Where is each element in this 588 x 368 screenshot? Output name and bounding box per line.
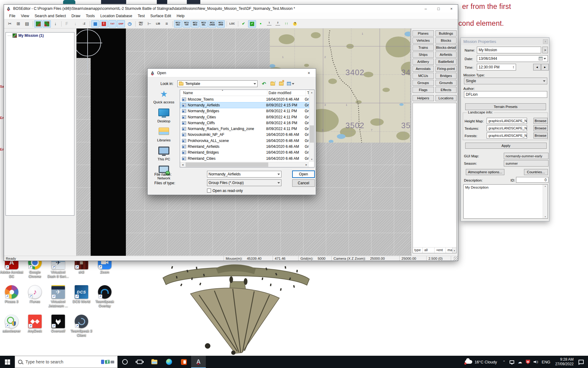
author-field[interactable]: DFLion (464, 91, 547, 98)
category-button-mcus[interactable]: MCUs (413, 73, 434, 79)
description-textarea[interactable]: My Description ▲▼ (463, 184, 548, 219)
edge-button[interactable] (162, 356, 176, 368)
apply-button[interactable]: Apply (465, 143, 547, 149)
file-row[interactable]: Prokhorovka_ALL_scene 16/04/2020 6:46 AM… (180, 138, 309, 144)
category-button-locations[interactable]: Locations (435, 95, 457, 101)
views-icon[interactable] (286, 80, 295, 87)
grp-labels-icon[interactable]: GRP (117, 20, 125, 28)
obj-flt-icon[interactable]: OBJ FLT (137, 20, 145, 28)
task-view-button[interactable] (132, 356, 147, 368)
column-type[interactable]: Ty (306, 90, 309, 96)
taskbar-clock[interactable]: 9:28 AM27/09/2022 (552, 357, 577, 366)
time-forward-button[interactable]: ► (541, 64, 549, 71)
file-row[interactable]: Normandy_Cliffs 8/09/2022 4:16 PM Gr (180, 120, 309, 126)
category-button-buildings[interactable]: Buildings (435, 30, 457, 36)
desktop-icon[interactable]: TeamSpeak 3 Client (70, 315, 93, 337)
taskbar-search-input[interactable]: Type here to search (15, 356, 118, 368)
scrollbar-thumb[interactable] (310, 125, 314, 143)
place-item[interactable]: Libraries (149, 128, 178, 142)
grid-bounds-icon[interactable]: ▦ (91, 20, 99, 28)
resize-grip[interactable] (454, 256, 458, 261)
desktop-icon[interactable]: AnyDesk (23, 315, 47, 337)
place-item[interactable]: This PC (149, 147, 178, 161)
loc-icon[interactable]: LOC (228, 20, 236, 28)
gui-map-select[interactable]: normandy-summer-early (504, 153, 548, 159)
properties-close-icon[interactable]: x (543, 39, 548, 44)
title-bar[interactable]: BOSEditor - C:\Program Files (x86)\Steam… (4, 5, 458, 13)
category-button-groups[interactable]: Groups (413, 80, 434, 86)
place-item[interactable]: Desktop (149, 109, 178, 123)
desktop-icon[interactable]: Virtualcol Jetstream ... (47, 285, 70, 308)
dot-icon[interactable]: ● (257, 20, 265, 28)
category-button-planes[interactable]: Planes (413, 30, 434, 36)
object-list-panel[interactable]: type all +ent ma ▲ (413, 103, 457, 253)
textures-field[interactable]: graphics\LANDSCAPE_Norm (487, 125, 527, 131)
help-bulb-icon[interactable]: ? (291, 20, 299, 28)
scroll-left-icon[interactable]: ◄ (180, 162, 185, 167)
up-arrows-icon[interactable]: ↑↑ (282, 20, 290, 28)
mission-type-select[interactable]: Single (464, 78, 547, 84)
scroll-up-icon[interactable]: ▲ (309, 90, 314, 95)
spinner-icon[interactable]: ▲▼ (513, 66, 514, 69)
cancel-button[interactable]: Cancel (292, 179, 315, 187)
weather-text[interactable]: 16°C Cloudy (475, 360, 497, 364)
scroll-up-icon[interactable]: ▲ (452, 247, 456, 253)
sort-icon[interactable]: ↓Z (80, 20, 88, 28)
scroll-down-icon[interactable]: ▼ (309, 157, 314, 162)
category-button-aerostats[interactable]: Aerostats (413, 66, 434, 72)
time-back-button[interactable]: ◄ (533, 64, 541, 71)
route-2-icon[interactable]: 2 —— (274, 20, 282, 28)
column-name[interactable]: Name (180, 90, 267, 96)
category-button-helpers[interactable]: Helpers (413, 95, 434, 101)
file-row[interactable]: Rheinland_Bridges 16/04/2020 6:46 AM Gr (180, 150, 309, 155)
file-explorer-button[interactable] (147, 356, 162, 368)
desktop-icon[interactable]: TeamSpeak Overlay (93, 285, 116, 308)
weather-icon[interactable] (465, 360, 472, 364)
desktop-icon[interactable]: Overwolf (47, 315, 70, 337)
cortana-button[interactable] (118, 356, 132, 368)
category-button-trains[interactable]: Trains (413, 44, 434, 51)
category-button-effects[interactable]: Effects (435, 87, 457, 93)
read-only-checkbox[interactable] (207, 189, 211, 193)
name-more-button[interactable]: > (542, 47, 548, 53)
boseditor-taskbar-button[interactable] (191, 356, 206, 368)
height-map-field[interactable]: graphics\LANDSCAPE_Norm (487, 118, 527, 124)
dialog-title-bar[interactable]: Open × (148, 69, 316, 77)
cut-icon[interactable]: ✂ (6, 20, 14, 28)
file-row[interactable]: Normandy_Cities 8/09/2022 4:11 PM Gr (180, 114, 309, 120)
language-indicator[interactable]: ENG (542, 360, 550, 364)
mission-date-field[interactable]: 13/06/1944 (477, 55, 548, 62)
horizontal-scrollbar[interactable]: ◄ ► (180, 162, 309, 167)
info-icon[interactable]: i (100, 20, 108, 28)
route-1-icon[interactable]: 1 —— (265, 20, 273, 28)
close-button[interactable]: × (445, 5, 458, 13)
open-button[interactable]: Open (292, 171, 315, 178)
menu-item[interactable]: Help (174, 13, 187, 19)
menu-item[interactable]: Surface Edit (148, 13, 174, 19)
up-one-level-icon[interactable]: ↑ (269, 80, 276, 87)
measure-icon[interactable]: ▤ (23, 20, 31, 28)
network-icon[interactable] (508, 360, 516, 364)
menu-item[interactable]: Tools (83, 13, 97, 19)
mcu-mes-icon[interactable]: MCU MES (191, 20, 199, 28)
footer-col-all[interactable]: all (423, 247, 435, 253)
desktop-icon[interactable]: Picasa 3 (0, 285, 23, 308)
filter-icon[interactable]: ↓ (71, 20, 79, 28)
scrollbar-thumb[interactable] (186, 163, 268, 167)
height-map-browse-button[interactable]: Browse (533, 118, 548, 124)
file-row[interactable]: Moscow_Towns 16/04/2020 6:46 AM Gr (180, 96, 309, 102)
desktop-icon[interactable]: adwcleaner (0, 315, 23, 337)
category-button-firing-point[interactable]: Firing-point (435, 66, 457, 72)
terrain-presets-button[interactable]: Terrain Presets (465, 103, 546, 110)
category-button-blocks[interactable]: Blocks (435, 37, 457, 44)
file-row[interactable]: Rheinland_Cities 16/04/2020 6:46 AM Gr (180, 155, 309, 161)
copy-icon[interactable]: ⊞ (14, 20, 22, 28)
file-name-combobox[interactable]: Normandy_Airfields (207, 171, 281, 178)
category-button-flags[interactable]: Flags (413, 87, 434, 93)
desktop-icon[interactable]: DCS World (70, 285, 93, 308)
show-hidden-icons-chevron[interactable]: ⌃ (500, 360, 508, 364)
check-icon[interactable]: ✔ (239, 20, 247, 28)
onedrive-icon[interactable]: ☁ (516, 359, 524, 364)
atmosphere-options-button[interactable]: Atmosphere options... (466, 169, 504, 175)
textures-browse-button[interactable]: Browse (533, 125, 548, 131)
